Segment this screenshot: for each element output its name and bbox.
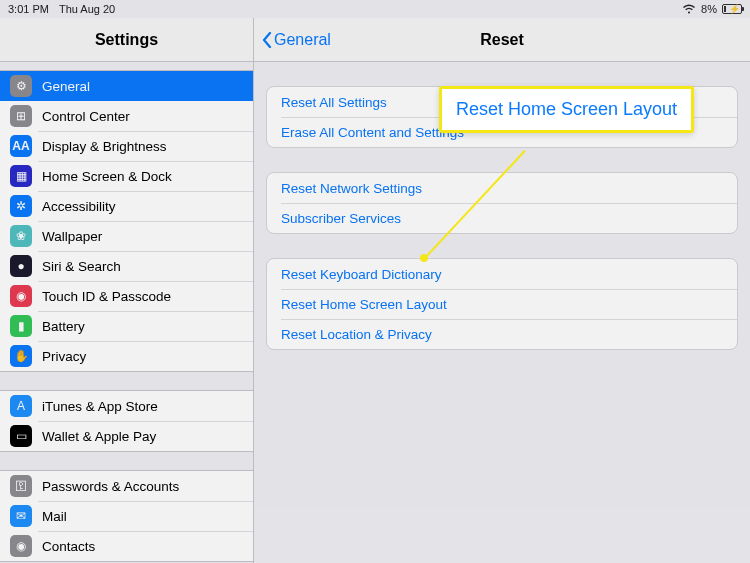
battery-percent: 8% [701, 3, 717, 15]
sidebar-item-label: Siri & Search [42, 259, 253, 274]
settings-sidebar: Settings ⚙General⊞Control CenterAADispla… [0, 18, 254, 563]
back-button[interactable]: General [262, 18, 331, 61]
battery-icon: ⚡ [722, 4, 742, 14]
reset-option-reset-keyboard-dictionary[interactable]: Reset Keyboard Dictionary [267, 259, 737, 289]
sidebar-item-label: Accessibility [42, 199, 253, 214]
reset-option-subscriber-services[interactable]: Subscriber Services [267, 203, 737, 233]
sidebar-item-label: Wallet & Apple Pay [42, 429, 253, 444]
sidebar-item-touch-id-passcode[interactable]: ◉Touch ID & Passcode [0, 281, 253, 311]
back-label: General [274, 31, 331, 49]
sidebar-item-battery[interactable]: ▮Battery [0, 311, 253, 341]
sidebar-item-general[interactable]: ⚙General [0, 71, 253, 101]
battery-icon: ▮ [10, 315, 32, 337]
detail-pane: General Reset Reset All SettingsErase Al… [254, 18, 750, 563]
wall-icon: ❀ [10, 225, 32, 247]
sidebar-item-passwords-accounts[interactable]: ⚿Passwords & Accounts [0, 471, 253, 501]
sidebar-item-label: Touch ID & Passcode [42, 289, 253, 304]
wifi-icon [682, 4, 696, 14]
access-icon: ✲ [10, 195, 32, 217]
detail-header: General Reset [254, 18, 750, 62]
reset-option-reset-location-privacy[interactable]: Reset Location & Privacy [267, 319, 737, 349]
sidebar-item-label: General [42, 79, 253, 94]
sidebar-item-label: Home Screen & Dock [42, 169, 253, 184]
sidebar-item-label: Control Center [42, 109, 253, 124]
sidebar-item-mail[interactable]: ✉Mail [0, 501, 253, 531]
sidebar-item-accessibility[interactable]: ✲Accessibility [0, 191, 253, 221]
general-icon: ⚙ [10, 75, 32, 97]
sidebar-item-label: Mail [42, 509, 253, 524]
sidebar-title: Settings [95, 31, 158, 49]
display-icon: AA [10, 135, 32, 157]
reset-option-reset-home-screen-layout[interactable]: Reset Home Screen Layout [267, 289, 737, 319]
chevron-left-icon [262, 32, 272, 48]
sidebar-item-label: Wallpaper [42, 229, 253, 244]
home-icon: ▦ [10, 165, 32, 187]
status-date: Thu Aug 20 [59, 3, 115, 15]
sidebar-item-home-screen-dock[interactable]: ▦Home Screen & Dock [0, 161, 253, 191]
callout-box: Reset Home Screen Layout [439, 86, 694, 133]
reset-option-reset-network-settings[interactable]: Reset Network Settings [267, 173, 737, 203]
mail-icon: ✉ [10, 505, 32, 527]
sidebar-item-itunes-app-store[interactable]: AiTunes & App Store [0, 391, 253, 421]
contacts-icon: ◉ [10, 535, 32, 557]
callout-dot [420, 254, 428, 262]
status-bar: 3:01 PM Thu Aug 20 8% ⚡ [0, 0, 750, 18]
sidebar-item-label: Passwords & Accounts [42, 479, 253, 494]
sidebar-item-control-center[interactable]: ⊞Control Center [0, 101, 253, 131]
sidebar-item-label: Battery [42, 319, 253, 334]
sidebar-item-label: iTunes & App Store [42, 399, 253, 414]
sidebar-item-wallpaper[interactable]: ❀Wallpaper [0, 221, 253, 251]
sidebar-item-siri-search[interactable]: ●Siri & Search [0, 251, 253, 281]
sidebar-item-wallet-apple-pay[interactable]: ▭Wallet & Apple Pay [0, 421, 253, 451]
sidebar-item-label: Display & Brightness [42, 139, 253, 154]
sidebar-header: Settings [0, 18, 253, 62]
siri-icon: ● [10, 255, 32, 277]
control-icon: ⊞ [10, 105, 32, 127]
touch-icon: ◉ [10, 285, 32, 307]
itunes-icon: A [10, 395, 32, 417]
sidebar-item-display-brightness[interactable]: AADisplay & Brightness [0, 131, 253, 161]
sidebar-item-privacy[interactable]: ✋Privacy [0, 341, 253, 371]
callout-label: Reset Home Screen Layout [456, 99, 677, 120]
sidebar-item-label: Privacy [42, 349, 253, 364]
privacy-icon: ✋ [10, 345, 32, 367]
sidebar-item-contacts[interactable]: ◉Contacts [0, 531, 253, 561]
status-time: 3:01 PM [8, 3, 49, 15]
wallet-icon: ▭ [10, 425, 32, 447]
sidebar-item-label: Contacts [42, 539, 253, 554]
pwd-icon: ⚿ [10, 475, 32, 497]
detail-title: Reset [480, 31, 524, 49]
